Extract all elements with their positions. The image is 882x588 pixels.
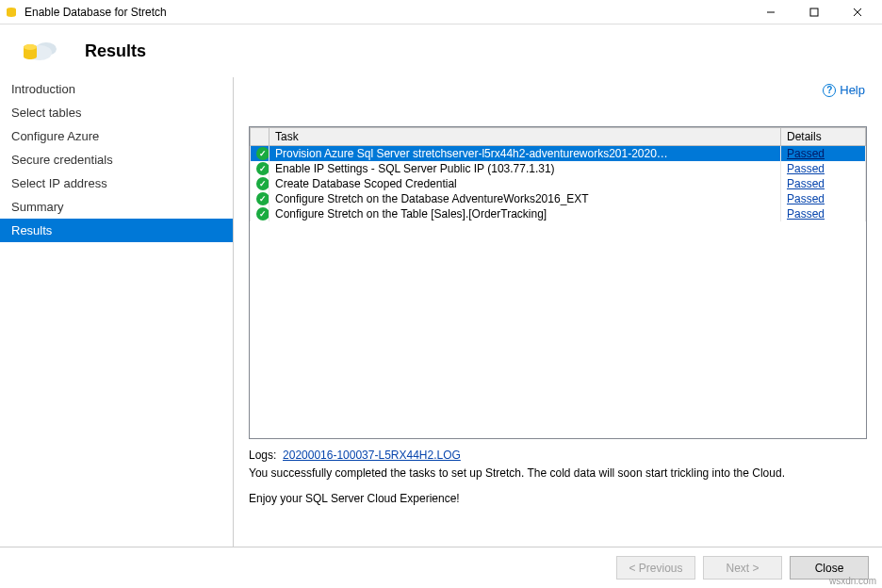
check-circle-icon — [256, 162, 270, 175]
check-circle-icon — [256, 207, 270, 220]
previous-button: < Previous — [616, 556, 695, 580]
nav-item-secure-credentials[interactable]: Secure credentials — [0, 148, 233, 172]
nav-item-configure-azure[interactable]: Configure Azure — [0, 124, 233, 148]
completion-message-1: You successfully completed the tasks to … — [249, 466, 867, 481]
details-cell: Passed — [781, 206, 866, 221]
app-icon — [4, 5, 19, 20]
column-header-task[interactable]: Task — [270, 128, 781, 146]
nav-item-results[interactable]: Results — [0, 219, 233, 242]
table-row[interactable]: Enable IP Settings - SQL Server Public I… — [251, 161, 866, 176]
watermark: wsxdn.com — [829, 576, 876, 586]
close-window-button[interactable] — [837, 1, 878, 24]
minimize-button[interactable] — [750, 1, 792, 24]
completion-message-2: Enjoy your SQL Server Cloud Experience! — [249, 492, 867, 505]
details-link[interactable]: Passed — [787, 162, 825, 175]
results-table-container: Task Details Provision Azure Sql Server … — [249, 126, 867, 439]
details-link[interactable]: Passed — [787, 192, 825, 205]
nav-item-select-ip-address[interactable]: Select IP address — [0, 172, 233, 195]
status-cell — [251, 191, 270, 206]
logs-section: Logs: 20200016-100037-L5RX44H2.LOG — [249, 449, 867, 462]
cloud-database-icon — [21, 34, 58, 68]
details-cell: Passed — [781, 146, 866, 162]
nav-item-summary[interactable]: Summary — [0, 195, 233, 219]
check-circle-icon — [256, 147, 270, 160]
table-row[interactable]: Configure Stretch on the Database Advent… — [251, 191, 866, 206]
maximize-button[interactable] — [793, 1, 835, 24]
column-header-status[interactable] — [251, 128, 270, 146]
details-cell: Passed — [781, 176, 866, 191]
help-icon: ? — [823, 84, 836, 97]
check-circle-icon — [256, 177, 270, 190]
results-table: Task Details Provision Azure Sql Server … — [250, 127, 866, 221]
column-header-details[interactable]: Details — [781, 128, 866, 146]
status-cell — [251, 206, 270, 221]
details-link[interactable]: Passed — [787, 207, 825, 220]
help-label: Help — [840, 83, 865, 97]
details-link[interactable]: Passed — [787, 177, 825, 190]
window-title: Enable Database for Stretch — [24, 6, 750, 19]
table-row[interactable]: Create Database Scoped CredentialPassed — [251, 176, 866, 191]
svg-rect-2 — [810, 8, 818, 16]
title-bar: Enable Database for Stretch — [0, 0, 882, 24]
main-panel: ? Help Task Details Provision Azure Sql … — [234, 77, 882, 547]
nav-item-introduction[interactable]: Introduction — [0, 77, 233, 101]
nav-item-select-tables[interactable]: Select tables — [0, 101, 233, 124]
status-cell — [251, 161, 270, 176]
status-cell — [251, 176, 270, 191]
task-cell: Configure Stretch on the Table [Sales].[… — [270, 206, 781, 221]
wizard-header: Results — [0, 24, 882, 77]
details-link[interactable]: Passed — [787, 147, 825, 160]
logs-link[interactable]: 20200016-100037-L5RX44H2.LOG — [283, 449, 461, 462]
page-title: Results — [85, 41, 146, 61]
task-cell: Enable IP Settings - SQL Server Public I… — [270, 161, 781, 176]
task-cell: Configure Stretch on the Database Advent… — [270, 191, 781, 206]
check-circle-icon — [256, 192, 270, 205]
wizard-nav-sidebar: Introduction Select tables Configure Azu… — [0, 77, 234, 547]
table-row[interactable]: Configure Stretch on the Table [Sales].[… — [251, 206, 866, 221]
details-cell: Passed — [781, 191, 866, 206]
logs-label: Logs: — [249, 449, 276, 462]
task-cell: Provision Azure Sql Server stretchserver… — [270, 146, 781, 162]
help-link[interactable]: ? Help — [823, 83, 865, 97]
wizard-footer: < Previous Next > Close — [0, 547, 882, 588]
table-row[interactable]: Provision Azure Sql Server stretchserver… — [251, 146, 866, 162]
task-cell: Create Database Scoped Credential — [270, 176, 781, 191]
status-cell — [251, 146, 270, 162]
svg-point-8 — [24, 44, 37, 50]
details-cell: Passed — [781, 161, 866, 176]
next-button: Next > — [703, 556, 782, 580]
